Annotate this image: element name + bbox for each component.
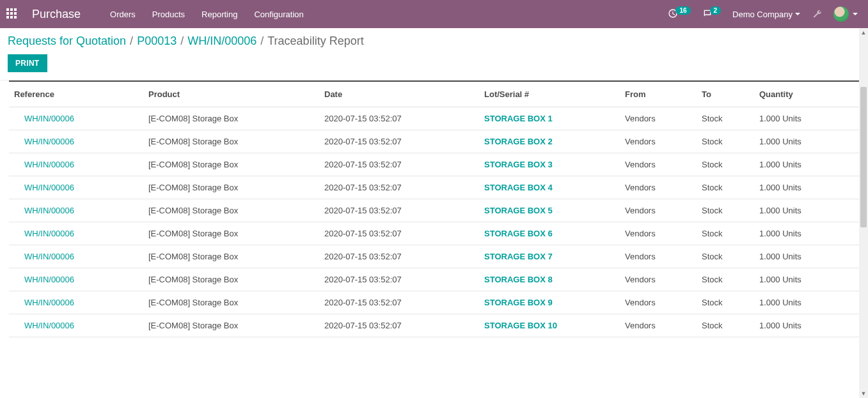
reference-link[interactable]: WH/IN/00006 xyxy=(24,137,74,146)
to-cell: Stock xyxy=(697,314,754,337)
reference-link[interactable]: WH/IN/00006 xyxy=(24,183,74,192)
company-selector[interactable]: Demo Company xyxy=(732,10,800,19)
lot-link[interactable]: STORAGE BOX 4 xyxy=(484,183,553,192)
apps-icon[interactable] xyxy=(6,8,18,20)
product-cell: [E-COM08] Storage Box xyxy=(143,291,319,314)
app-title[interactable]: Purchase xyxy=(32,8,81,21)
scroll-thumb[interactable] xyxy=(860,87,867,227)
table-row: WH/IN/00006[E-COM08] Storage Box2020-07-… xyxy=(9,291,859,314)
messages-button[interactable]: 2 xyxy=(702,8,722,20)
quantity-cell: 1.000 Units xyxy=(754,176,859,199)
reference-link[interactable]: WH/IN/00006 xyxy=(24,252,74,261)
reference-link[interactable]: WH/IN/00006 xyxy=(24,229,74,238)
lot-link[interactable]: STORAGE BOX 10 xyxy=(484,321,557,330)
lot-link[interactable]: STORAGE BOX 6 xyxy=(484,229,553,238)
to-cell: Stock xyxy=(697,291,754,314)
nav-right: 16 2 Demo Company xyxy=(668,6,858,22)
table-row: WH/IN/00006[E-COM08] Storage Box2020-07-… xyxy=(9,314,859,337)
table-row: WH/IN/00006[E-COM08] Storage Box2020-07-… xyxy=(9,268,859,291)
from-cell: Vendors xyxy=(620,291,697,314)
table-row: WH/IN/00006[E-COM08] Storage Box2020-07-… xyxy=(9,107,859,130)
to-cell: Stock xyxy=(697,199,754,222)
date-cell: 2020-07-15 03:52:07 xyxy=(319,222,479,245)
date-cell: 2020-07-15 03:52:07 xyxy=(319,268,479,291)
breadcrumb-rfq[interactable]: Requests for Quotation xyxy=(8,34,126,48)
print-button[interactable]: PRINT xyxy=(8,54,47,72)
caret-down-icon xyxy=(795,13,800,15)
reference-link[interactable]: WH/IN/00006 xyxy=(24,114,74,123)
scroll-up-icon[interactable]: ▲ xyxy=(859,28,868,37)
from-cell: Vendors xyxy=(620,199,697,222)
to-cell: Stock xyxy=(697,153,754,176)
col-from[interactable]: From xyxy=(620,81,697,107)
quantity-cell: 1.000 Units xyxy=(754,107,859,130)
to-cell: Stock xyxy=(697,222,754,245)
lot-link[interactable]: STORAGE BOX 3 xyxy=(484,160,553,169)
debug-button[interactable] xyxy=(812,8,822,20)
reference-link[interactable]: WH/IN/00006 xyxy=(24,206,74,215)
col-lot[interactable]: Lot/Serial # xyxy=(479,81,620,107)
nav-menu: Orders Products Reporting Configuration xyxy=(110,10,304,19)
quantity-cell: 1.000 Units xyxy=(754,199,859,222)
col-to[interactable]: To xyxy=(697,81,754,107)
to-cell: Stock xyxy=(697,107,754,130)
message-count-badge: 2 xyxy=(710,6,722,15)
date-cell: 2020-07-15 03:52:07 xyxy=(319,107,479,130)
nav-reporting[interactable]: Reporting xyxy=(201,10,237,19)
to-cell: Stock xyxy=(697,130,754,153)
table-row: WH/IN/00006[E-COM08] Storage Box2020-07-… xyxy=(9,130,859,153)
reference-link[interactable]: WH/IN/00006 xyxy=(24,321,74,330)
scrollbar[interactable]: ▲ ▼ xyxy=(859,28,868,398)
lot-link[interactable]: STORAGE BOX 9 xyxy=(484,298,553,307)
date-cell: 2020-07-15 03:52:07 xyxy=(319,291,479,314)
nav-products[interactable]: Products xyxy=(152,10,185,19)
product-cell: [E-COM08] Storage Box xyxy=(143,268,319,291)
activity-count-badge: 16 xyxy=(675,6,690,15)
nav-configuration[interactable]: Configuration xyxy=(254,10,303,19)
wrench-icon xyxy=(812,11,822,20)
lot-link[interactable]: STORAGE BOX 2 xyxy=(484,137,553,146)
quantity-cell: 1.000 Units xyxy=(754,268,859,291)
date-cell: 2020-07-15 03:52:07 xyxy=(319,199,479,222)
date-cell: 2020-07-15 03:52:07 xyxy=(319,245,479,268)
date-cell: 2020-07-15 03:52:07 xyxy=(319,176,479,199)
table-row: WH/IN/00006[E-COM08] Storage Box2020-07-… xyxy=(9,153,859,176)
product-cell: [E-COM08] Storage Box xyxy=(143,222,319,245)
reference-link[interactable]: WH/IN/00006 xyxy=(24,298,74,307)
col-reference[interactable]: Reference xyxy=(9,81,143,107)
scroll-down-icon[interactable]: ▼ xyxy=(859,389,868,398)
from-cell: Vendors xyxy=(620,222,697,245)
company-name: Demo Company xyxy=(732,10,793,19)
from-cell: Vendors xyxy=(620,245,697,268)
user-menu[interactable] xyxy=(833,6,858,22)
col-quantity[interactable]: Quantity xyxy=(754,81,859,107)
breadcrumb: Requests for Quotation / P00013 / WH/IN/… xyxy=(8,34,858,48)
reference-link[interactable]: WH/IN/00006 xyxy=(24,160,74,169)
product-cell: [E-COM08] Storage Box xyxy=(143,107,319,130)
breadcrumb-po[interactable]: P00013 xyxy=(137,34,177,48)
col-date[interactable]: Date xyxy=(319,81,479,107)
lot-link[interactable]: STORAGE BOX 8 xyxy=(484,275,553,284)
breadcrumb-separator: / xyxy=(260,34,264,48)
to-cell: Stock xyxy=(697,268,754,291)
lot-link[interactable]: STORAGE BOX 5 xyxy=(484,206,553,215)
product-cell: [E-COM08] Storage Box xyxy=(143,130,319,153)
traceability-table: Reference Product Date Lot/Serial # From… xyxy=(9,80,859,337)
col-product[interactable]: Product xyxy=(143,81,319,107)
nav-orders[interactable]: Orders xyxy=(110,10,136,19)
from-cell: Vendors xyxy=(620,314,697,337)
lot-link[interactable]: STORAGE BOX 7 xyxy=(484,252,553,261)
breadcrumb-current: Traceability Report xyxy=(267,34,363,48)
date-cell: 2020-07-15 03:52:07 xyxy=(319,314,479,337)
table-row: WH/IN/00006[E-COM08] Storage Box2020-07-… xyxy=(9,222,859,245)
activity-button[interactable]: 16 xyxy=(668,8,690,20)
breadcrumb-receipt[interactable]: WH/IN/00006 xyxy=(187,34,256,48)
from-cell: Vendors xyxy=(620,107,697,130)
quantity-cell: 1.000 Units xyxy=(754,291,859,314)
reference-link[interactable]: WH/IN/00006 xyxy=(24,275,74,284)
caret-down-icon xyxy=(853,13,858,15)
breadcrumb-separator: / xyxy=(130,34,133,48)
avatar xyxy=(833,6,849,22)
lot-link[interactable]: STORAGE BOX 1 xyxy=(484,114,553,123)
date-cell: 2020-07-15 03:52:07 xyxy=(319,153,479,176)
